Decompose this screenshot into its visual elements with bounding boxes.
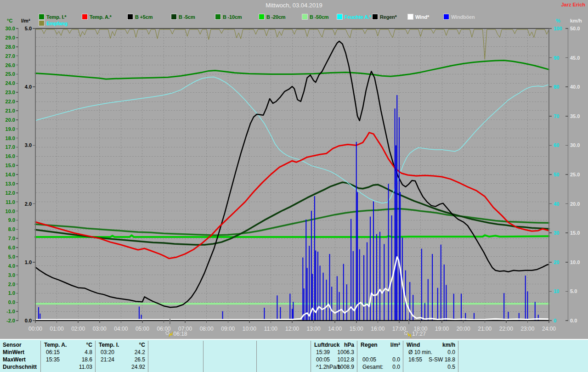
svg-text:20:00: 20:00 (457, 326, 470, 332)
svg-text:06:18: 06:18 (173, 331, 187, 337)
cell-temp-i-value: 24.2 (104, 349, 145, 355)
cell-wind-value: 0.5 (414, 364, 455, 370)
table-divider (40, 341, 41, 372)
svg-text:14.0: 14.0 (6, 172, 15, 177)
svg-text:20: 20 (554, 259, 559, 265)
cell-temp-a-value: 18.6 (51, 357, 92, 363)
svg-text:27.0: 27.0 (6, 53, 15, 59)
svg-text:04:00: 04:00 (114, 326, 128, 332)
svg-text:50.0: 50.0 (570, 26, 580, 31)
table-divider (256, 341, 257, 372)
svg-text:0: 0 (554, 318, 556, 323)
cell-temp-a-value: 11.03 (51, 364, 92, 370)
cell-temp-a-value: 4.8 (51, 349, 92, 355)
svg-text:23:00: 23:00 (520, 326, 534, 332)
svg-text:17:00: 17:00 (392, 326, 406, 332)
svg-text:21:00: 21:00 (478, 326, 492, 332)
svg-text:0.0: 0.0 (8, 299, 15, 305)
svg-text:06:00: 06:00 (157, 326, 170, 332)
svg-text:19.0: 19.0 (6, 126, 15, 132)
svg-text:10: 10 (554, 288, 559, 294)
row-label-minwert: MinWert (3, 349, 24, 355)
svg-text:5.0: 5.0 (25, 26, 32, 31)
svg-text:20.0: 20.0 (6, 117, 15, 123)
svg-text:24.0: 24.0 (6, 80, 15, 86)
svg-text:60: 60 (554, 142, 559, 148)
svg-text:90: 90 (554, 55, 559, 61)
cell-luftdruck-value: 1012.8 (313, 357, 354, 363)
svg-text:15.0: 15.0 (6, 163, 15, 168)
svg-text:14:00: 14:00 (328, 326, 342, 332)
row-label-sensor: Sensor (3, 342, 22, 348)
svg-text:5.0: 5.0 (570, 288, 577, 294)
svg-text:100: 100 (554, 26, 562, 31)
sunrise-icon (166, 332, 173, 338)
svg-text:15:00: 15:00 (350, 326, 363, 332)
svg-text:21.0: 21.0 (6, 108, 15, 113)
svg-text:29.0: 29.0 (6, 35, 15, 40)
svg-text:1.0: 1.0 (25, 259, 32, 265)
cell-wind-value: 0.0 (414, 349, 455, 355)
svg-text:13:00: 13:00 (307, 326, 321, 332)
svg-text:3.0: 3.0 (8, 272, 15, 278)
svg-text:0.0: 0.0 (570, 318, 577, 323)
svg-text:16:00: 16:00 (371, 326, 384, 332)
svg-text:50: 50 (554, 172, 559, 177)
svg-text:5.0: 5.0 (8, 254, 15, 259)
svg-text:18.0: 18.0 (6, 135, 15, 141)
svg-text:02:00: 02:00 (71, 326, 85, 332)
svg-text:25.0: 25.0 (6, 71, 15, 77)
svg-text:30: 30 (554, 230, 559, 236)
svg-text:11:00: 11:00 (264, 326, 277, 332)
svg-text:22:00: 22:00 (499, 326, 513, 332)
svg-text:35.0: 35.0 (570, 113, 580, 119)
sunset-icon (404, 332, 411, 338)
svg-text:7.0: 7.0 (8, 236, 15, 241)
svg-text:23.0: 23.0 (6, 90, 15, 95)
svg-text:08:00: 08:00 (200, 326, 214, 332)
axis-lm2: 5.04.03.02.01.00.0 (25, 26, 35, 323)
gridlines (36, 29, 548, 320)
svg-text:10:00: 10:00 (243, 326, 256, 332)
svg-text:28.0: 28.0 (6, 44, 15, 50)
svg-text:12.0: 12.0 (6, 190, 15, 196)
svg-text:-1.0: -1.0 (6, 309, 15, 314)
cell-temp-i-value: 24.92 (104, 364, 145, 370)
svg-text:03:00: 03:00 (93, 326, 107, 332)
svg-text:80: 80 (554, 84, 559, 90)
svg-text:0.0: 0.0 (25, 318, 32, 323)
svg-text:17:27: 17:27 (412, 331, 426, 337)
svg-text:3.0: 3.0 (25, 142, 32, 148)
cell-luftdruck-value: 1008.9 (313, 364, 354, 370)
svg-text:05:00: 05:00 (136, 326, 149, 332)
col-unit-temp-i: °C (104, 342, 145, 348)
cell-regen-value: 0.0 (359, 364, 400, 370)
table-divider (458, 341, 458, 372)
table-divider (311, 341, 311, 372)
weather-chart: 30.029.028.027.026.025.024.023.022.021.0… (0, 0, 588, 339)
svg-text:17.0: 17.0 (6, 144, 15, 150)
svg-text:6.0: 6.0 (8, 245, 15, 250)
svg-text:26.0: 26.0 (6, 62, 15, 68)
axis-time: 00:0001:0002:0003:0004:0005:0006:0007:00… (28, 321, 556, 332)
row-label-maxwert: MaxWert (3, 357, 26, 363)
svg-text:10.0: 10.0 (570, 259, 580, 265)
svg-text:70: 70 (554, 113, 559, 119)
svg-text:15.0: 15.0 (570, 230, 580, 236)
cell-luftdruck-value: 1006.3 (313, 349, 354, 355)
svg-text:01:00: 01:00 (50, 326, 64, 332)
svg-text:16.0: 16.0 (6, 153, 15, 159)
col-unit-wind: km/h (414, 342, 455, 348)
col-unit-luftdruck: hPa (313, 342, 354, 348)
svg-text:25.0: 25.0 (570, 172, 580, 177)
svg-text:00:00: 00:00 (28, 326, 42, 332)
svg-text:2.0: 2.0 (8, 282, 15, 287)
stats-table: SensorMinWertMaxWertDurchschnittTemp. A.… (0, 339, 588, 372)
svg-text:24:00: 24:00 (542, 326, 556, 332)
svg-text:13.0: 13.0 (6, 181, 15, 186)
axis-temp-c: 30.029.028.027.026.025.024.023.022.021.0… (6, 26, 18, 323)
svg-text:19:00: 19:00 (435, 326, 449, 332)
svg-text:22.0: 22.0 (6, 99, 15, 104)
row-label-durchschnitt: Durchschnitt (3, 364, 37, 370)
svg-text:9.0: 9.0 (8, 217, 15, 223)
